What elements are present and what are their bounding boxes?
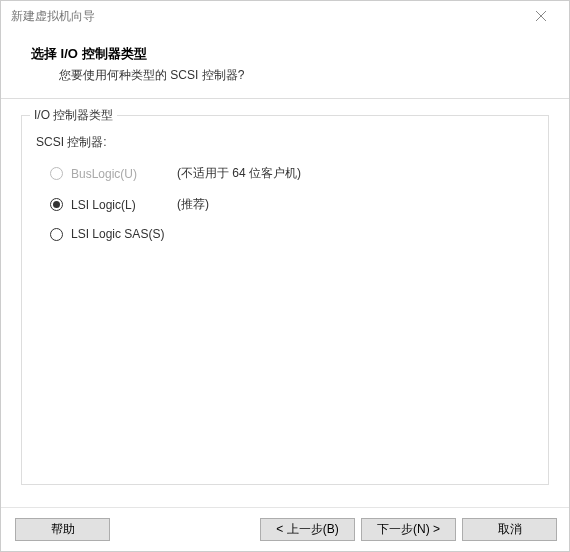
option-lsilogic-hint: (推荐) <box>177 196 209 213</box>
option-buslogic: BusLogic(U) (不适用于 64 位客户机) <box>50 165 534 182</box>
option-buslogic-label: BusLogic(U) <box>71 167 177 181</box>
radio-lsilogic[interactable] <box>50 198 63 211</box>
cancel-button[interactable]: 取消 <box>462 518 557 541</box>
page-title: 选择 I/O 控制器类型 <box>31 45 569 63</box>
close-icon <box>536 11 546 21</box>
help-button[interactable]: 帮助 <box>15 518 110 541</box>
option-lsilogicsas[interactable]: LSI Logic SAS(S) <box>50 227 534 241</box>
scsi-label: SCSI 控制器: <box>36 134 534 151</box>
content-area: I/O 控制器类型 SCSI 控制器: BusLogic(U) (不适用于 64… <box>1 99 569 507</box>
footer: 帮助 < 上一步(B) 下一步(N) > 取消 <box>1 507 569 551</box>
wizard-window: 新建虚拟机向导 选择 I/O 控制器类型 您要使用何种类型的 SCSI 控制器?… <box>0 0 570 552</box>
option-lsilogic[interactable]: LSI Logic(L) (推荐) <box>50 196 534 213</box>
radio-lsilogicsas[interactable] <box>50 228 63 241</box>
page-subtitle: 您要使用何种类型的 SCSI 控制器? <box>31 67 569 84</box>
back-button[interactable]: < 上一步(B) <box>260 518 355 541</box>
next-button[interactable]: 下一步(N) > <box>361 518 456 541</box>
option-lsilogicsas-label: LSI Logic SAS(S) <box>71 227 177 241</box>
group-legend: I/O 控制器类型 <box>30 107 117 124</box>
radio-buslogic <box>50 167 63 180</box>
io-controller-group: I/O 控制器类型 SCSI 控制器: BusLogic(U) (不适用于 64… <box>21 115 549 485</box>
close-button[interactable] <box>521 2 561 30</box>
option-buslogic-hint: (不适用于 64 位客户机) <box>177 165 301 182</box>
option-lsilogic-label: LSI Logic(L) <box>71 198 177 212</box>
window-title: 新建虚拟机向导 <box>11 8 95 25</box>
wizard-header: 选择 I/O 控制器类型 您要使用何种类型的 SCSI 控制器? <box>1 31 569 98</box>
titlebar: 新建虚拟机向导 <box>1 1 569 31</box>
